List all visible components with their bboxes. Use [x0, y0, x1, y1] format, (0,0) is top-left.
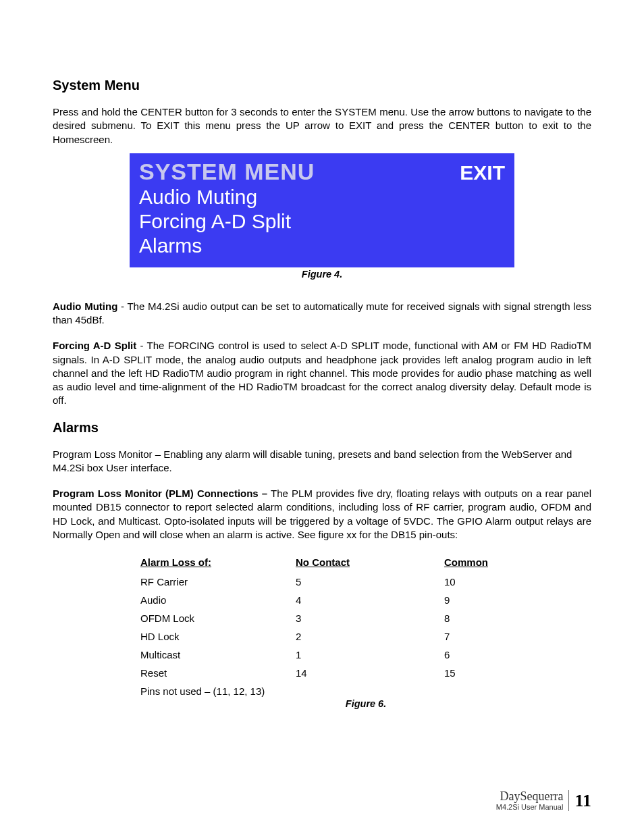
table-row: OFDM Lock 3 8	[140, 613, 591, 624]
table-header-nocontact: No Contact	[296, 556, 444, 568]
cell-common: 9	[444, 594, 525, 606]
plm-connections-paragraph: Program Loss Monitor (PLM) Connections –…	[53, 487, 591, 542]
cell-nocontact: 5	[296, 576, 444, 588]
plm-connections-label: Program Loss Monitor (PLM) Connections –	[53, 488, 267, 499]
cell-alarm: HD Lock	[140, 631, 296, 642]
cell-alarm: OFDM Lock	[140, 613, 296, 624]
table-row: HD Lock 2 7	[140, 631, 591, 642]
heading-system-menu: System Menu	[53, 78, 591, 93]
page-number: 11	[569, 791, 591, 811]
cell-nocontact: 14	[296, 667, 444, 679]
cell-alarm: Audio	[140, 594, 296, 606]
audio-muting-label: Audio Muting	[53, 301, 117, 312]
table-header-alarm: Alarm Loss of:	[140, 556, 296, 568]
system-menu-screen: SYSTEM MENU EXIT Audio Muting Forcing A-…	[130, 153, 514, 267]
page: System Menu Press and hold the CENTER bu…	[0, 0, 644, 834]
footer-brand: DaySequerra	[496, 790, 564, 802]
cell-alarm: RF Carrier	[140, 576, 296, 588]
screen-line-alarms: Alarms	[139, 234, 505, 258]
cell-nocontact: 1	[296, 649, 444, 660]
cell-common: 8	[444, 613, 525, 624]
screen-line-forcing: Forcing A-D Split	[139, 209, 505, 234]
plm-label: Program Loss Monitor –	[53, 448, 161, 460]
figure-4-caption: Figure 4.	[53, 269, 591, 280]
heading-alarms: Alarms	[53, 420, 591, 436]
cell-alarm: Multicast	[140, 649, 296, 660]
forcing-label: Forcing A-D Split	[53, 340, 136, 351]
table-note: Pins not used – (11, 12, 13)	[140, 685, 591, 697]
footer-manual: M4.2Si User Manual	[496, 804, 564, 811]
cell-common: 15	[444, 667, 525, 679]
forcing-paragraph: Forcing A-D Split - The FORCING control …	[53, 339, 591, 407]
cell-nocontact: 4	[296, 594, 444, 606]
cell-common: 6	[444, 649, 525, 660]
audio-muting-text: - The M4.2Si audio output can be set to …	[53, 301, 591, 325]
cell-nocontact: 3	[296, 613, 444, 624]
table-header: Alarm Loss of: No Contact Common	[140, 556, 591, 568]
table-row: Reset 14 15	[140, 667, 591, 679]
cell-common: 7	[444, 631, 525, 642]
page-footer: DaySequerra M4.2Si User Manual 11	[496, 790, 591, 811]
alarm-table: Alarm Loss of: No Contact Common RF Carr…	[140, 556, 591, 709]
plm-paragraph: Program Loss Monitor – Enabling any alar…	[53, 448, 591, 475]
screen-title: SYSTEM MENU	[139, 159, 315, 185]
cell-common: 10	[444, 576, 525, 588]
table-header-common: Common	[444, 556, 525, 568]
cell-nocontact: 2	[296, 631, 444, 642]
cell-alarm: Reset	[140, 667, 296, 679]
table-row: Audio 4 9	[140, 594, 591, 606]
screen-line-audio-muting: Audio Muting	[139, 185, 505, 209]
screen-exit: EXIT	[460, 161, 505, 184]
table-row: Multicast 1 6	[140, 649, 591, 660]
table-row: RF Carrier 5 10	[140, 576, 591, 588]
figure-6-caption: Figure 6.	[140, 698, 591, 709]
audio-muting-paragraph: Audio Muting - The M4.2Si audio output c…	[53, 300, 591, 328]
intro-paragraph: Press and hold the CENTER button for 3 s…	[53, 105, 591, 147]
